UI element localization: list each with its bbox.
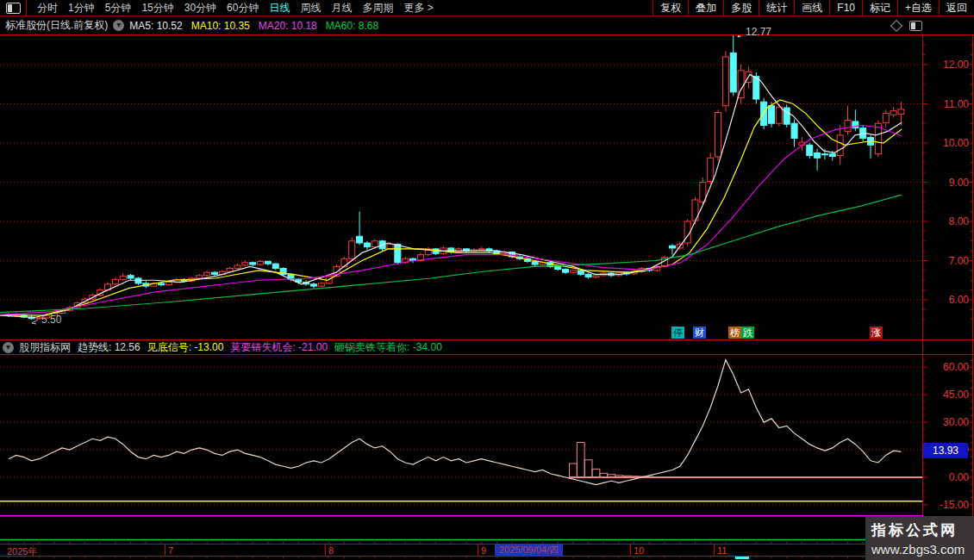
period-tab[interactable]: 5分钟 [100,1,137,16]
title-bar: 标准股份(日线.前复权) ▾ MA5: 10.52MA10: 10.35MA20… [0,16,974,34]
toolbar-button[interactable]: F10 [829,0,862,16]
x-axis-month-label: 9 [481,545,486,556]
ma-label: MA10: 10.35 [191,20,250,32]
marker-badge[interactable]: 财 [693,327,706,339]
period-tab[interactable]: 30分钟 [179,1,222,16]
chart-title: 标准股份(日线.前复权) [5,18,108,33]
chart-canvas [0,0,974,560]
toolbar-divider [26,0,27,16]
ma-label: MA60: 8.68 [326,20,378,32]
watermark-url: www.zbgs3.com [871,542,974,557]
sub-axis-label: 30.00 [926,416,969,428]
indicator-label: 趋势线: 12.56 [78,340,140,355]
sub-axis-label: 60.00 [926,361,969,373]
marker-badge[interactable]: 涨 [870,327,883,339]
x-axis-month-label: 11 [717,545,727,556]
indicator-label: 砸锅卖铁等着你: -34.00 [334,340,442,355]
toolbar-button[interactable]: 画线 [794,0,829,16]
watermark-title: 指标公式网 [871,520,974,540]
period-tab[interactable]: 60分钟 [222,1,264,16]
watermark: 指标公式网 www.zbgs3.com [865,516,974,560]
price-axis-label: 7.00 [926,255,969,267]
split-panel-icon[interactable] [909,21,922,31]
price-axis-label: 9.00 [926,177,969,189]
toolbar-button[interactable]: 标记 [862,0,897,16]
ma-values: MA5: 10.52MA10: 10.35MA20: 10.18MA60: 8.… [129,20,387,32]
x-axis-month-label: 2025年 [7,545,37,558]
x-axis-month-label: 8 [328,545,334,556]
price-axis-label: 11.00 [926,98,969,110]
price-axis-label: 6.00 [926,294,969,306]
toolbar-button[interactable]: 复权 [652,0,688,16]
toolbar-button[interactable]: +自选 [897,0,939,16]
price-axis-label: 8.00 [926,215,969,227]
period-tab[interactable]: 周线 [295,1,326,16]
chevron-down-icon[interactable]: ▾ [3,342,14,353]
toolbar-button[interactable]: 多股 [723,0,759,16]
ma-label: MA20: 10.18 [259,20,317,32]
marker-badge[interactable]: 榜 [728,327,741,339]
marker-badge[interactable]: 跌 [741,327,754,339]
layout-panel-icon[interactable] [6,3,21,14]
x-axis-month-label: 10 [634,545,644,556]
indicator-header: ▾ 股朋指标网 趋势线: 12.56见底信号: -13.00莫要错失机会: -2… [0,340,974,354]
topbar-left-items: 分时1分钟5分钟15分钟30分钟60分钟日线周线月线多周期更多 > [32,1,439,16]
price-axis-label: 10.00 [926,137,969,149]
indicator-source: 股朋指标网 [19,340,71,355]
marker-badge[interactable]: 停 [671,327,684,339]
topbar-right-items: 复权叠加多股统计画线F10标记+自选返回 [652,0,974,16]
x-axis-month-label: 7 [168,545,173,556]
date-cursor-badge: 2025/09/04/四 [495,544,563,556]
ma-label: MA5: 10.52 [129,20,182,32]
price-axis-label: 12.00 [926,59,969,71]
period-tab[interactable]: 月线 [326,1,357,16]
period-tab[interactable]: 日线 [264,1,295,16]
toolbar-button[interactable]: 叠加 [688,0,723,16]
period-tab[interactable]: 多周期 [357,1,398,16]
top-toolbar: 分时1分钟5分钟15分钟30分钟60分钟日线周线月线多周期更多 > 复权叠加多股… [0,0,974,16]
toolbar-button[interactable]: 返回 [939,0,974,16]
high-price-annotation: 12.77 [746,26,771,38]
toolbar-button[interactable]: 统计 [759,0,794,16]
indicator-label: 见底信号: -13.00 [147,340,224,355]
sub-axis-label: -15.00 [926,499,969,511]
indicator-values: 趋势线: 12.56见底信号: -13.00莫要错失机会: -21.00砸锅卖铁… [78,340,449,355]
low-price-annotation: 5.50 [41,314,61,326]
indicator-label: 莫要错失机会: -21.00 [230,340,328,355]
current-value-badge: 13.93 [923,443,968,458]
sub-axis-label: 45.00 [926,389,969,401]
period-tab[interactable]: 1分钟 [63,1,100,16]
period-tab[interactable]: 15分钟 [136,1,178,16]
period-tab[interactable]: 更多 > [398,1,438,16]
chevron-down-icon[interactable]: ▾ [113,20,124,31]
mini-indicator-dash [735,557,749,559]
period-tab[interactable]: 分时 [32,1,63,16]
sub-axis-label: 0.00 [926,471,969,483]
diamond-icon[interactable] [890,19,902,31]
